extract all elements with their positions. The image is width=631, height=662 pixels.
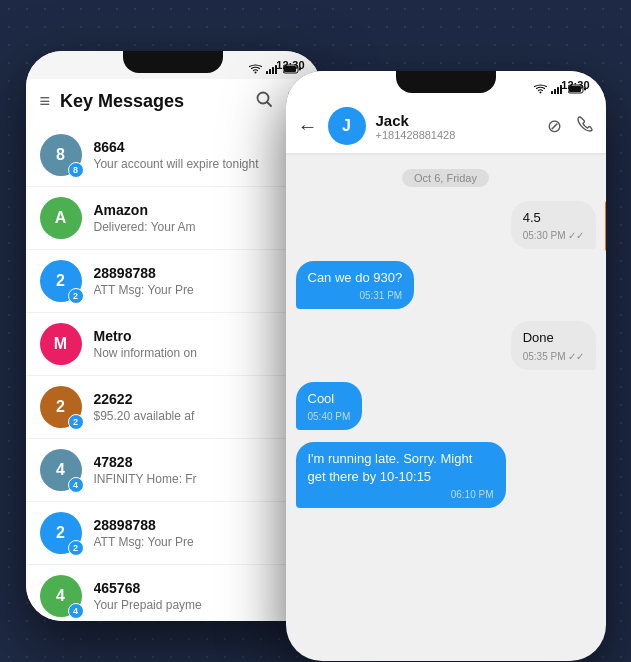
chat-number: +181428881428 [376,129,537,141]
front-time: 12:30 [561,79,589,91]
unread-badge: 4 [68,477,84,493]
app-bar: ≡ Key Messages 01 [26,79,321,124]
msg-sender: 28898788 [94,265,307,281]
msg-sender: 47828 [94,454,307,470]
msg-sender: 465768 [94,580,307,596]
bubble-text: 4.5 [523,209,584,227]
msg-sender: 28898788 [94,517,307,533]
bubble-text: Can we do 930? [308,269,403,287]
list-item[interactable]: 4 4 47828 INFINITY Home: Fr [26,439,321,502]
chat-actions: ⊘ [547,115,594,138]
list-item[interactable]: A Amazon Delivered: Your Am [26,187,321,250]
chat-phone: 12:30 ← J Jack +181428881428 ⊘ [286,71,606,661]
msg-preview: Your Prepaid payme [94,598,307,612]
msg-sender: 8664 [94,139,278,155]
bubble: Can we do 930? 05:31 PM [296,261,415,309]
unread-badge: 2 [68,288,84,304]
bubble-time: 05:30 PM ✓✓ [523,230,584,241]
bubble: I'm running late. Sorry. Might get there… [296,442,506,508]
chat-name: Jack [376,112,537,129]
back-status-bar: 12:30 [26,51,321,79]
msg-sender: Amazon [94,202,295,218]
bubble-time: 05:40 PM [308,411,351,422]
msg-preview: INFINITY Home: Fr [94,472,307,486]
msg-preview: ATT Msg: Your Pre [94,283,307,297]
list-item[interactable]: M Metro Now information on [26,313,321,376]
chat-screen: 12:30 ← J Jack +181428881428 ⊘ [286,71,606,661]
phones-container: 12:30 ≡ Key Messages [26,21,606,641]
chat-body: Oct 6, Friday 4.5 05:30 PM ✓✓ Can we do … [286,153,606,661]
unread-badge: 2 [68,540,84,556]
msg-content: 22622 $95.20 available af [94,391,307,423]
msg-content: 465768 Your Prepaid payme [94,580,307,612]
svg-line-8 [267,102,271,106]
checkmarks: ✓✓ [568,230,584,241]
unread-badge: 2 [68,414,84,430]
bubble: Done 05:35 PM ✓✓ [511,321,596,369]
msg-preview: Your account will expire tonight [94,157,278,171]
chat-info: Jack +181428881428 [376,112,537,141]
list-item[interactable]: 4 4 465768 Your Prepaid payme [26,565,321,621]
call-icon[interactable] [576,115,594,138]
avatar: M [40,323,82,365]
block-icon[interactable]: ⊘ [547,115,562,137]
app-bar-title: Key Messages [60,91,244,112]
message-list: 8 8 8664 Your account will expire tonigh… [26,124,321,621]
avatar: 4 4 [40,575,82,617]
avatar: A [40,197,82,239]
msg-content: Metro Now information on [94,328,307,360]
bubble: Cool 05:40 PM [296,382,363,430]
menu-icon[interactable]: ≡ [40,91,51,112]
bubble-text: I'm running late. Sorry. Might get there… [308,450,494,486]
unread-badge: 4 [68,603,84,619]
bubble: 4.5 05:30 PM ✓✓ [511,201,596,249]
bubble-time: 06:10 PM [308,489,494,500]
avatar: 2 2 [40,260,82,302]
svg-rect-2 [272,67,274,74]
avatar: 4 4 [40,449,82,491]
svg-rect-0 [266,71,268,74]
msg-content: 28898788 ATT Msg: Your Pre [94,265,307,297]
chat-header: ← J Jack +181428881428 ⊘ [286,99,606,153]
bubble-time: 05:35 PM ✓✓ [523,351,584,362]
front-status-bar: 12:30 [286,71,606,99]
svg-rect-12 [557,87,559,94]
msg-preview: $95.20 available af [94,409,307,423]
msg-content: 8664 Your account will expire tonight [94,139,278,171]
avatar: 8 8 [40,134,82,176]
list-item[interactable]: 2 2 28898788 ATT Msg: Your Pre [26,250,321,313]
unread-badge: 8 [68,162,84,178]
avatar: 2 2 [40,512,82,554]
chat-message-sent: Cool 05:40 PM [296,382,596,430]
back-button[interactable]: ← [298,115,318,138]
search-icon[interactable] [255,90,273,113]
list-item[interactable]: 2 2 22622 $95.20 available af [26,376,321,439]
msg-preview: Now information on [94,346,307,360]
avatar: 2 2 [40,386,82,428]
chat-avatar: J [328,107,366,145]
front-wifi-icon [534,84,547,94]
wifi-icon [249,64,262,74]
back-time: 12:30 [276,59,304,71]
date-divider: Oct 6, Friday [402,169,489,187]
chat-message-received: Done 05:35 PM ✓✓ [296,321,596,369]
msg-preview: ATT Msg: Your Pre [94,535,307,549]
chat-message-sent: I'm running late. Sorry. Might get there… [296,442,596,508]
msg-sender: 22622 [94,391,307,407]
bubble-time: 05:31 PM [308,290,403,301]
msg-content: 28898788 ATT Msg: Your Pre [94,517,307,549]
chat-message-sent: Can we do 930? 05:31 PM [296,261,596,309]
msg-content: Amazon Delivered: Your Am [94,202,295,234]
svg-rect-10 [551,91,553,94]
bubble-text: Cool [308,390,351,408]
bubble-text: Done [523,329,584,347]
msg-sender: Metro [94,328,307,344]
list-item[interactable]: 8 8 8664 Your account will expire tonigh… [26,124,321,187]
svg-rect-11 [554,89,556,94]
svg-rect-1 [269,69,271,74]
checkmarks: ✓✓ [568,351,584,362]
msg-content: 47828 INFINITY Home: Fr [94,454,307,486]
chat-message-received: 4.5 05:30 PM ✓✓ [296,201,596,249]
list-item[interactable]: 2 2 28898788 ATT Msg: Your Pre [26,502,321,565]
msg-preview: Delivered: Your Am [94,220,295,234]
